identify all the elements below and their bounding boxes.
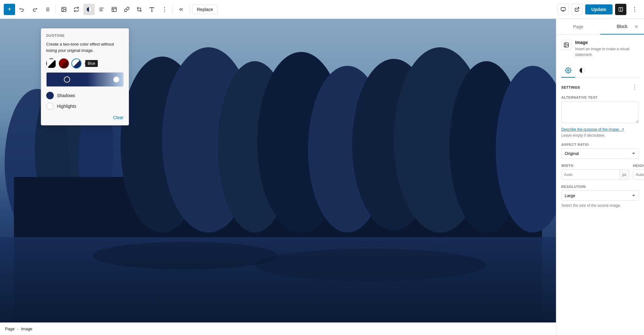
swatch-tooltip: Blue <box>85 60 98 67</box>
breadcrumb-page[interactable]: Page <box>5 327 14 331</box>
height-field: HEIGHT Auto px <box>633 164 644 180</box>
redo-button[interactable] <box>29 4 40 15</box>
block-info-row: Image Insert an image to make a visual s… <box>561 40 639 58</box>
alt-text-label: ALTERNATIVE TEXT <box>561 96 639 99</box>
block-icon <box>561 40 571 50</box>
settings-icon-tabs <box>561 64 639 78</box>
style-icon-tab[interactable] <box>575 64 589 78</box>
shadows-color-dot <box>46 92 54 99</box>
add-block-button[interactable]: + <box>4 4 15 15</box>
desktop-view-button[interactable] <box>558 4 569 15</box>
top-toolbar: + ⋮ Replace <box>0 0 644 19</box>
svg-point-7 <box>63 8 63 9</box>
block-title: Image <box>575 40 639 45</box>
split-view-button[interactable] <box>615 4 626 15</box>
svg-point-39 <box>255 249 486 281</box>
resolution-help: Select the size of the source image. <box>561 203 639 208</box>
shadow-color-indicator <box>64 76 70 83</box>
block-description: Insert an image to make a visual stateme… <box>575 46 639 58</box>
block-details: Image Insert an image to make a visual s… <box>575 40 639 58</box>
duotone-popup: DUOTONE Create a two-tone color effect w… <box>41 28 129 125</box>
more-options-button[interactable]: ⋮ <box>159 4 170 15</box>
shadows-label: Shadows <box>57 93 75 98</box>
highlights-label: Highlights <box>57 104 76 109</box>
crop-button[interactable] <box>134 4 145 15</box>
panel-close-button[interactable]: × <box>631 22 641 32</box>
alt-text-input[interactable] <box>561 101 639 123</box>
width-unit: px <box>619 170 629 179</box>
settings-section-header: Settings ⋮ <box>561 83 639 92</box>
svg-rect-13 <box>112 7 116 12</box>
swatch-red-dark[interactable] <box>59 58 69 69</box>
undo-button[interactable] <box>16 4 28 15</box>
toolbar-divider-1 <box>55 5 56 14</box>
external-view-button[interactable] <box>571 4 583 15</box>
resolution-field: RESOLUTION Thumbnail Medium Large Full S… <box>561 185 639 208</box>
color-options: Shadows Highlights <box>46 92 124 110</box>
resolution-label: RESOLUTION <box>561 185 639 189</box>
page-tab[interactable]: Page <box>556 19 600 35</box>
svg-rect-17 <box>561 8 565 10</box>
svg-point-42 <box>568 70 569 71</box>
svg-rect-14 <box>138 8 141 11</box>
breadcrumb-separator: › <box>17 327 18 331</box>
svg-line-20 <box>576 8 579 10</box>
height-input[interactable]: Auto <box>633 170 644 179</box>
settings-more-btn[interactable]: ⋮ <box>630 83 639 92</box>
toolbar-divider-3 <box>189 5 190 14</box>
width-input-wrap: Auto px <box>561 169 629 180</box>
resolution-select[interactable]: Thumbnail Medium Large Full Size <box>561 190 639 201</box>
gradient-bar-dark <box>47 73 87 86</box>
clear-section: Clear <box>46 115 124 120</box>
aspect-ratio-field: ASPECT RATIO Original Square 16:9 4:3 3:… <box>561 143 639 159</box>
media-button[interactable] <box>58 4 69 15</box>
breadcrumb-image[interactable]: Image <box>21 327 32 331</box>
svg-point-38 <box>93 242 278 269</box>
right-panel: Page Block × Image Insert an image to ma… <box>556 19 644 335</box>
highlights-option[interactable]: Highlights <box>46 102 124 110</box>
breadcrumb: Page › Image <box>0 322 556 335</box>
update-button[interactable]: Update <box>585 4 613 14</box>
svg-point-41 <box>565 44 566 44</box>
duotone-swatches: Blue <box>46 58 124 69</box>
link-button[interactable] <box>121 4 132 15</box>
swatch-default[interactable] <box>46 58 56 69</box>
alt-text-helper-link[interactable]: Describe the purpose of the image. ↗ <box>561 127 624 132</box>
aspect-ratio-select[interactable]: Original Square 16:9 4:3 3:2 <box>561 148 639 159</box>
duotone-title: DUOTONE <box>46 34 124 37</box>
swatch-blue[interactable] <box>71 58 81 69</box>
svg-rect-37 <box>0 237 556 335</box>
alt-text-field: ALTERNATIVE TEXT Describe the purpose of… <box>561 96 639 138</box>
align-button[interactable] <box>96 4 107 15</box>
canvas-area: DUOTONE Create a two-tone color effect w… <box>0 19 556 335</box>
duotone-description: Create a two-tone color effect without l… <box>46 41 124 53</box>
height-input-wrap: Auto px <box>633 169 644 180</box>
width-input[interactable]: Auto <box>562 170 619 179</box>
text-button[interactable] <box>146 4 158 15</box>
replace-button[interactable]: Replace <box>192 5 218 14</box>
image-size-button[interactable] <box>108 4 120 15</box>
highlights-color-dot <box>46 102 54 110</box>
collapse-button[interactable] <box>175 4 187 15</box>
transform-button[interactable] <box>71 4 82 15</box>
width-field: WIDTH Auto px <box>561 164 629 180</box>
height-label: HEIGHT <box>633 164 644 168</box>
gradient-bar <box>46 72 124 87</box>
dimensions-row: WIDTH Auto px HEIGHT Auto px <box>561 164 639 180</box>
toolbar-right: Update ⋮ <box>558 4 640 15</box>
settings-title: Settings <box>561 85 580 89</box>
highlight-color-indicator <box>113 76 119 83</box>
settings-icon-tab[interactable] <box>561 64 575 78</box>
clear-button[interactable]: Clear <box>113 115 124 120</box>
settings-more-button[interactable]: ⋮ <box>629 4 640 15</box>
toolbar-divider-2 <box>173 5 173 14</box>
duotone-button[interactable] <box>83 4 95 15</box>
gradient-bar-light <box>87 73 123 86</box>
alt-text-helper-text: Leave empty if decorative. <box>561 133 639 138</box>
panel-tabs: Page Block × <box>556 19 644 35</box>
main-area: DUOTONE Create a two-tone color effect w… <box>0 19 644 335</box>
aspect-ratio-label: ASPECT RATIO <box>561 143 639 146</box>
shadows-option[interactable]: Shadows <box>46 92 124 99</box>
panel-content: Image Insert an image to make a visual s… <box>556 35 644 335</box>
list-view-button[interactable] <box>42 4 53 15</box>
